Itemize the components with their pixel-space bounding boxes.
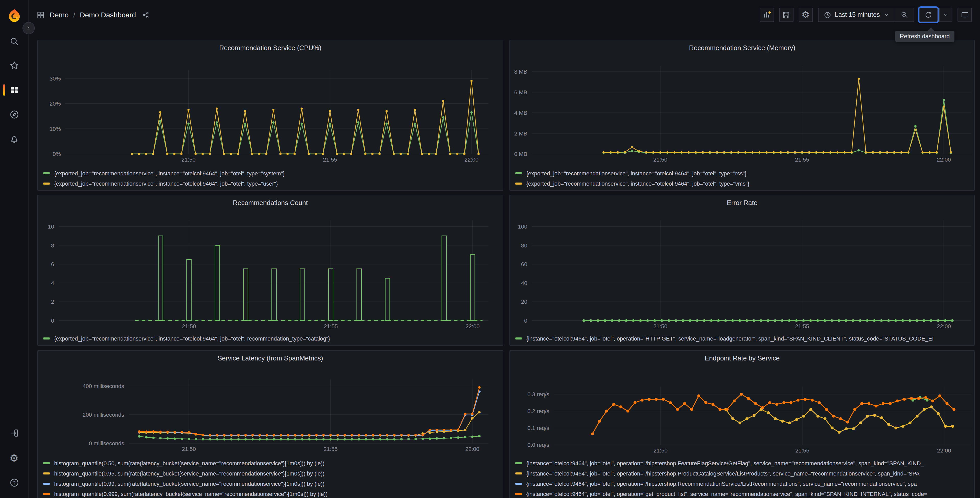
svg-text:0.0 req/s: 0.0 req/s bbox=[527, 442, 549, 448]
refresh-interval-caret[interactable] bbox=[939, 8, 952, 22]
legend-label: {instance="otelcol:9464", job="otel", op… bbox=[526, 491, 928, 497]
grafana-logo[interactable] bbox=[0, 6, 28, 26]
chart-error-rate[interactable]: 21:5021:5522:00020406080100 bbox=[510, 195, 975, 346]
grafana-logo-icon bbox=[6, 8, 22, 24]
refresh-group bbox=[919, 8, 952, 22]
panel-service-latency: 21:5021:5522:000 milliseconds200 millise… bbox=[37, 350, 503, 498]
active-indicator bbox=[3, 85, 5, 96]
legend-label: {instance="otelcol:9464", job="otel", op… bbox=[526, 480, 917, 487]
sidebar-item-explore[interactable] bbox=[0, 105, 28, 124]
svg-text:60: 60 bbox=[521, 261, 527, 267]
svg-text:21:55: 21:55 bbox=[795, 323, 809, 330]
legend-swatch bbox=[515, 472, 522, 474]
legend-swatch bbox=[43, 172, 50, 174]
legend-item[interactable]: {instance="otelcol:9464", job="otel", op… bbox=[515, 489, 971, 498]
sidebar-item-search[interactable] bbox=[0, 32, 28, 51]
breadcrumb-folder[interactable]: Demo bbox=[49, 11, 69, 19]
svg-text:22:00: 22:00 bbox=[465, 446, 479, 452]
sidebar-item-dashboards[interactable] bbox=[0, 80, 28, 100]
legend-item[interactable]: {exported_job="recommendationservice", i… bbox=[43, 169, 500, 177]
sidebar: ⚙ ? bbox=[0, 0, 29, 498]
svg-text:20: 20 bbox=[521, 298, 527, 305]
time-range-group: Last 15 minutes bbox=[818, 8, 914, 22]
tv-mode-button[interactable] bbox=[958, 8, 972, 22]
sidebar-item-alerting[interactable] bbox=[0, 129, 28, 149]
save-icon bbox=[782, 11, 791, 19]
legend-label: histogram_quantile(0.95, sum(rate(latenc… bbox=[54, 470, 325, 476]
compass-icon bbox=[9, 109, 19, 120]
svg-text:21:50: 21:50 bbox=[181, 156, 196, 163]
add-panel-button[interactable] bbox=[760, 8, 774, 22]
apps-icon bbox=[9, 85, 19, 95]
chart-recommendations-count[interactable]: 21:5021:5522:000246810 bbox=[38, 195, 504, 346]
sidebar-item-help[interactable]: ? bbox=[0, 473, 28, 492]
sign-in-icon bbox=[9, 428, 19, 438]
legend-swatch bbox=[43, 462, 50, 464]
svg-text:0.3 req/s: 0.3 req/s bbox=[527, 391, 549, 397]
panel-recommendation-cpu: 21:5021:5522:000%10%20%30% Recommendatio… bbox=[37, 40, 503, 191]
dashboard-settings-button[interactable]: ⚙ bbox=[799, 8, 813, 22]
legend: {instance="otelcol:9464", job="otel", op… bbox=[515, 334, 971, 343]
legend-item[interactable]: {exported_job="recommendationservice", i… bbox=[515, 179, 971, 188]
svg-text:0: 0 bbox=[51, 318, 54, 324]
legend-swatch bbox=[43, 337, 50, 339]
legend: {instance="otelcol:9464", job="otel", op… bbox=[515, 459, 971, 498]
legend-swatch bbox=[43, 472, 50, 474]
legend-item[interactable]: {instance="otelcol:9464", job="otel", op… bbox=[515, 479, 971, 488]
svg-text:0 milliseconds: 0 milliseconds bbox=[89, 440, 124, 447]
legend-item[interactable]: {instance="otelcol:9464", job="otel", op… bbox=[515, 459, 971, 467]
legend-item[interactable]: histogram_quantile(0.999, sum(rate(laten… bbox=[43, 489, 500, 498]
svg-text:10%: 10% bbox=[49, 126, 61, 132]
help-icon: ? bbox=[9, 477, 19, 488]
clock-icon bbox=[824, 11, 831, 19]
legend-item[interactable]: {instance="otelcol:9464", job="otel", op… bbox=[515, 334, 971, 343]
legend-swatch bbox=[515, 337, 522, 339]
legend-item[interactable]: {instance="otelcol:9464", job="otel", op… bbox=[515, 469, 971, 477]
breadcrumb-dashboard[interactable]: Demo Dashboard bbox=[80, 11, 136, 19]
sidebar-item-settings[interactable]: ⚙ bbox=[0, 449, 28, 468]
legend-label: {instance="otelcol:9464", job="otel", op… bbox=[526, 470, 920, 476]
legend-swatch bbox=[43, 482, 50, 484]
legend-swatch bbox=[515, 182, 522, 184]
panel-endpoint-rate: 21:5021:5522:000.0 req/s0.1 req/s0.2 req… bbox=[509, 350, 975, 498]
svg-text:4: 4 bbox=[51, 280, 54, 286]
breadcrumb: Demo / Demo Dashboard bbox=[36, 11, 150, 19]
legend-swatch bbox=[515, 462, 522, 464]
legend-swatch bbox=[515, 493, 522, 495]
sidebar-expand-button[interactable] bbox=[22, 22, 35, 34]
chevron-down-icon bbox=[883, 12, 889, 18]
legend-swatch bbox=[515, 172, 522, 174]
refresh-button[interactable] bbox=[919, 8, 938, 22]
svg-text:6 MB: 6 MB bbox=[514, 89, 527, 96]
gear-icon: ⚙ bbox=[10, 453, 19, 463]
refresh-tooltip: Refresh dashboard bbox=[895, 31, 955, 42]
share-icon[interactable] bbox=[142, 11, 150, 19]
legend-item[interactable]: histogram_quantile(0.50, sum(rate(latenc… bbox=[43, 459, 500, 467]
save-dashboard-button[interactable] bbox=[779, 8, 794, 22]
svg-text:6: 6 bbox=[51, 261, 54, 267]
legend-item[interactable]: {exported_job="recommendationservice", i… bbox=[43, 334, 500, 343]
grafana-app: ⚙ ? Demo / Demo Dashboard bbox=[0, 0, 980, 498]
legend: {exported_job="recommendationservice", i… bbox=[43, 334, 500, 343]
sidebar-item-starred[interactable] bbox=[0, 56, 28, 75]
breadcrumb-separator: / bbox=[73, 11, 75, 19]
svg-text:0: 0 bbox=[524, 318, 527, 324]
svg-text:200 milliseconds: 200 milliseconds bbox=[83, 412, 124, 418]
time-range-picker[interactable]: Last 15 minutes bbox=[819, 8, 895, 21]
chevron-right-icon bbox=[25, 25, 32, 31]
svg-text:80: 80 bbox=[521, 243, 527, 249]
gear-icon: ⚙ bbox=[802, 10, 810, 19]
legend-label: {instance="otelcol:9464", job="otel", op… bbox=[526, 460, 924, 466]
legend-item[interactable]: histogram_quantile(0.95, sum(rate(latenc… bbox=[43, 469, 500, 477]
chevron-down-icon bbox=[943, 12, 949, 18]
sidebar-item-sign-in[interactable] bbox=[0, 423, 28, 443]
svg-text:22:00: 22:00 bbox=[937, 156, 951, 163]
zoom-out-button[interactable] bbox=[895, 8, 913, 21]
legend-item[interactable]: {exported_job="recommendationservice", i… bbox=[43, 179, 500, 188]
legend-item[interactable]: histogram_quantile(0.99, sum(rate(latenc… bbox=[43, 479, 500, 488]
svg-text:22:00: 22:00 bbox=[465, 156, 479, 163]
svg-text:21:55: 21:55 bbox=[323, 156, 337, 163]
svg-text:21:50: 21:50 bbox=[654, 447, 668, 454]
legend: {exported_job="recommendationservice", i… bbox=[515, 169, 971, 188]
legend-item[interactable]: {exported_job="recommendationservice", i… bbox=[515, 169, 971, 177]
